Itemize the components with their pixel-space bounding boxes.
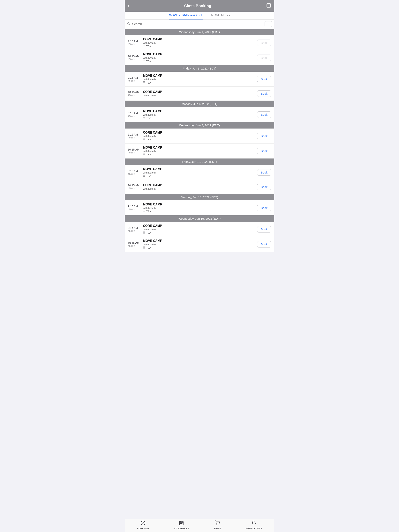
location-icon: [143, 117, 145, 120]
class-name: CORE CAMP: [143, 131, 257, 134]
class-row: 9:15 AM45 minMOVE CAMPwith Nate M.TBABoo…: [125, 200, 274, 215]
nav-label-notifications: NOTIFICATIONS: [246, 527, 262, 530]
class-trainer: with Nate M.: [143, 150, 257, 153]
svg-rect-11: [144, 46, 145, 47]
class-trainer: with Nate M.: [143, 243, 257, 246]
book-button[interactable]: Book: [257, 148, 271, 154]
svg-rect-0: [267, 4, 270, 7]
location-text: TBA: [146, 174, 151, 177]
svg-rect-43: [144, 233, 145, 234]
svg-rect-32: [143, 154, 144, 155]
class-row: 10:15 AM45 minMOVE CAMPwith Nate M.TBABo…: [125, 237, 274, 252]
class-time: 10:15 AM: [128, 148, 139, 151]
class-location: TBA: [143, 60, 257, 63]
svg-rect-24: [143, 118, 144, 119]
location-icon: [143, 210, 145, 213]
svg-rect-30: [144, 153, 145, 154]
class-name: CORE CAMP: [143, 90, 257, 94]
book-button[interactable]: Book: [257, 226, 271, 233]
svg-rect-37: [143, 210, 144, 211]
svg-rect-33: [143, 175, 144, 176]
class-location: TBA: [143, 153, 257, 156]
book-button[interactable]: Book: [257, 184, 271, 190]
class-row: 9:15 AM45 minMOVE CAMPwith Nate M.TBABoo…: [125, 107, 274, 122]
nav-label-my-schedule: MY SCHEDULE: [174, 527, 189, 530]
class-row: 10:15 AM45 minCORE CAMPwith Nate M.Book: [125, 180, 274, 194]
class-name: CORE CAMP: [143, 184, 257, 187]
svg-rect-27: [144, 139, 145, 140]
svg-point-56: [219, 525, 219, 525]
page-title: Class Booking: [129, 4, 266, 8]
class-time: 9:15 AM: [128, 205, 138, 208]
svg-rect-19: [144, 82, 145, 83]
svg-rect-40: [143, 211, 144, 212]
svg-rect-34: [144, 175, 145, 176]
class-name: MOVE CAMP: [143, 109, 257, 113]
class-time: 10:15 AM: [128, 90, 139, 94]
class-duration: 45 min: [128, 79, 135, 82]
search-input[interactable]: [132, 22, 263, 26]
book-button[interactable]: Book: [257, 55, 271, 61]
nav-item-book-now[interactable]: BOOK NOW: [137, 520, 149, 530]
book-button[interactable]: Book: [257, 133, 271, 139]
book-button[interactable]: Book: [257, 39, 271, 46]
class-row: 10:15 AM45 minCORE CAMPwith Nate M.Book: [125, 87, 274, 101]
class-duration: 45 min: [128, 244, 135, 247]
svg-rect-36: [143, 176, 144, 177]
tab-milbrook[interactable]: MOVE at Milbrook Club: [169, 14, 203, 19]
class-duration: 45 min: [128, 208, 135, 211]
class-time: 9:15 AM: [128, 112, 138, 115]
class-name: MOVE CAMP: [143, 74, 257, 77]
class-time: 9:15 AM: [128, 226, 138, 229]
book-button[interactable]: Book: [257, 76, 271, 82]
class-location: TBA: [143, 45, 257, 48]
book-button[interactable]: Book: [257, 169, 271, 176]
location-text: TBA: [146, 246, 151, 249]
svg-rect-39: [144, 211, 145, 212]
nav-item-notifications[interactable]: NOTIFICATIONS: [246, 520, 262, 530]
class-trainer: with Nate M.: [143, 135, 257, 138]
location-text: TBA: [146, 138, 151, 141]
book-button[interactable]: Book: [257, 205, 271, 211]
svg-rect-35: [144, 176, 145, 177]
tab-mobile[interactable]: MOVE Mobile: [211, 14, 230, 19]
svg-rect-10: [144, 45, 145, 46]
class-name: MOVE CAMP: [143, 146, 257, 149]
class-row: 10:15 AM45 minMOVE CAMPwith Nate M.TBABo…: [125, 144, 274, 158]
nav-item-store[interactable]: STORE: [214, 520, 221, 530]
class-row: 9:15 AM45 minCORE CAMPwith Nate M.TBABoo…: [125, 128, 274, 144]
class-name: MOVE CAMP: [143, 53, 257, 56]
svg-rect-18: [144, 82, 145, 82]
bottom-nav: BOOK NOWMY SCHEDULESTORENOTIFICATIONS: [125, 519, 274, 532]
location-text: TBA: [146, 45, 151, 48]
class-trainer: with Nate M.: [143, 41, 257, 44]
svg-rect-38: [144, 210, 145, 211]
svg-rect-42: [144, 232, 145, 233]
day-header-2: Monday, Jun 6, 2022 (EDT): [125, 101, 274, 107]
back-button[interactable]: ‹: [128, 3, 129, 8]
class-row: 9:15 AM45 minMOVE CAMPwith Nate M.TBABoo…: [125, 72, 274, 87]
book-button[interactable]: Book: [257, 241, 271, 247]
class-duration: 45 min: [128, 136, 135, 139]
location-text: TBA: [146, 210, 151, 213]
class-duration: 45 min: [128, 187, 135, 190]
nav-item-my-schedule[interactable]: MY SCHEDULE: [174, 520, 189, 530]
location-text: TBA: [146, 231, 151, 234]
location-icon: [143, 81, 145, 84]
location-icon: [143, 174, 145, 177]
class-time: 10:15 AM: [128, 55, 139, 58]
svg-rect-31: [144, 154, 145, 155]
calendar-button[interactable]: [266, 3, 271, 9]
class-trainer: with Nate M.: [143, 57, 257, 59]
search-icon: [127, 22, 130, 26]
book-button[interactable]: Book: [257, 111, 271, 118]
nav-label-store: STORE: [214, 527, 221, 530]
filter-button[interactable]: [264, 21, 272, 27]
class-location: TBA: [143, 138, 257, 141]
class-trainer: with Nate M.: [143, 113, 257, 116]
location-icon: [143, 45, 145, 48]
class-duration: 45 min: [128, 151, 135, 154]
book-button[interactable]: Book: [257, 90, 271, 97]
class-name: CORE CAMP: [143, 38, 257, 41]
class-trainer: with Nate M.: [143, 207, 257, 209]
